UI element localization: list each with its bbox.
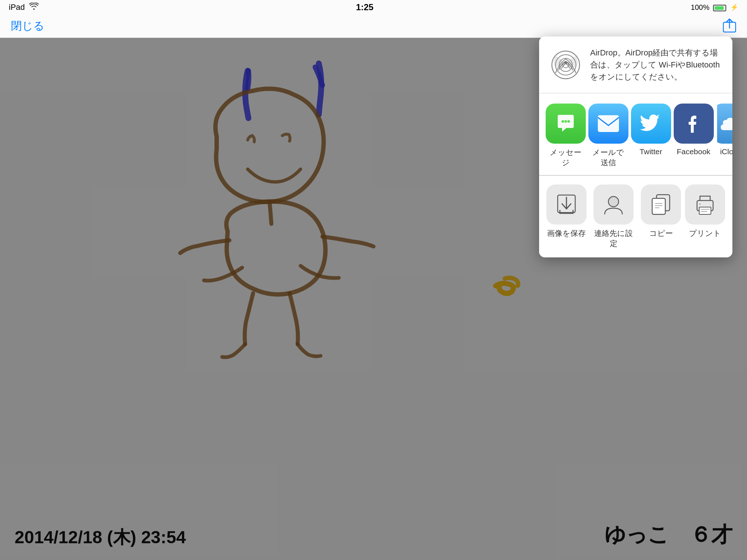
airdrop-icon [549, 48, 582, 81]
facebook-label: Facebook [677, 147, 710, 156]
action-assign-contact[interactable]: 連絡先に設定 [591, 184, 636, 249]
svg-point-17 [699, 203, 701, 205]
share-panel: AirDrop。AirDrop経由で共有する場合は、タップして Wi-FiやBl… [539, 36, 732, 257]
app-messages[interactable]: メッセージ [546, 104, 585, 168]
svg-point-12 [608, 197, 619, 207]
print-icon [685, 184, 725, 225]
status-bar: iPad 1:25 100% ⚡ [0, 0, 747, 15]
action-save-image[interactable]: 画像を保存 [546, 184, 586, 238]
svg-rect-16 [699, 207, 711, 214]
assign-contact-label: 連絡先に設定 [591, 228, 636, 249]
copy-label: コピー [649, 228, 673, 238]
svg-point-8 [567, 120, 570, 123]
assign-contact-icon [593, 184, 634, 225]
svg-rect-9 [598, 115, 619, 132]
battery-icon [713, 3, 727, 12]
messages-label: メッセージ [546, 147, 585, 168]
status-left: iPad [9, 3, 39, 12]
time-display: 1:25 [356, 2, 374, 12]
device-label: iPad [9, 3, 25, 12]
messages-icon [546, 104, 586, 144]
action-copy[interactable]: コピー [641, 184, 681, 238]
app-facebook[interactable]: Facebook [674, 104, 713, 156]
icloud-icon [717, 104, 732, 144]
share-button[interactable] [723, 19, 736, 34]
status-right: 100% ⚡ [691, 3, 738, 12]
mail-label: メールで送信 [589, 147, 627, 168]
close-button[interactable]: 閉じる [11, 19, 44, 34]
app-twitter[interactable]: Twitter [632, 104, 670, 156]
action-print[interactable]: プリント [685, 184, 725, 238]
twitter-label: Twitter [640, 147, 662, 156]
svg-rect-14 [652, 198, 665, 214]
charging-icon: ⚡ [730, 3, 738, 11]
svg-point-6 [561, 120, 564, 123]
svg-point-5 [564, 61, 567, 64]
nav-bar: 閉じる [0, 15, 747, 38]
app-mail[interactable]: メールで送信 [589, 104, 627, 168]
icloud-label: iClo... [720, 147, 732, 156]
save-image-icon [546, 184, 587, 225]
print-label: プリント [689, 228, 721, 238]
twitter-icon [631, 104, 671, 144]
save-image-label: 画像を保存 [547, 228, 586, 238]
airdrop-description: AirDrop。AirDrop経由で共有する場合は、タップして Wi-FiやBl… [590, 47, 722, 83]
actions-section: 画像を保存 連絡先に設定 [539, 176, 732, 257]
wifi-icon [29, 3, 39, 12]
mail-icon [588, 104, 628, 144]
copy-icon [641, 184, 681, 225]
battery-percent: 100% [691, 3, 709, 12]
share-icon [723, 19, 736, 32]
svg-point-7 [564, 120, 567, 123]
app-icloud[interactable]: iClo... [717, 104, 732, 156]
airdrop-section[interactable]: AirDrop。AirDrop経由で共有する場合は、タップして Wi-FiやBl… [539, 36, 732, 93]
apps-section: メッセージ メールで送信 Twitter [539, 93, 732, 175]
facebook-icon [674, 104, 714, 144]
